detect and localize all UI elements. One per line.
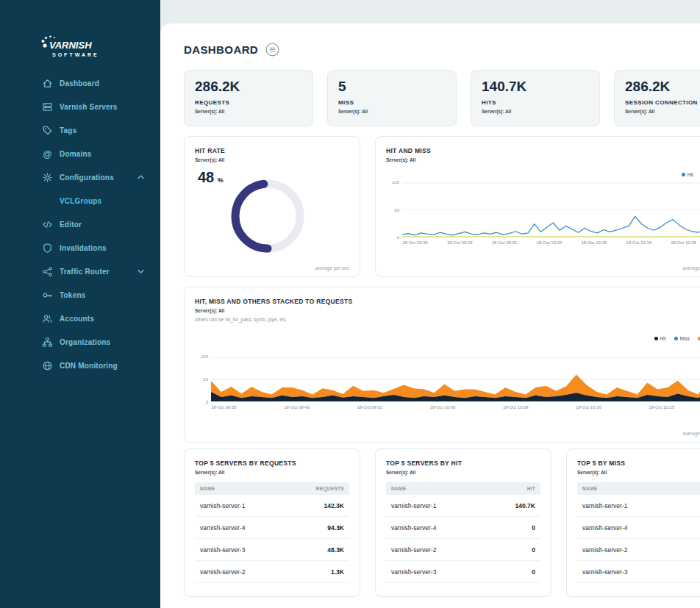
x-tick: 18-Oct 09:51 (357, 405, 382, 409)
server-name: varnish-server-4 (582, 524, 627, 532)
stat-card-requests: 286.2K REQUESTS Server(s): All (184, 70, 313, 126)
server-name: varnish-server-3 (200, 546, 245, 554)
table-header: NAME REQUESTS (195, 482, 349, 495)
stacked-requests-card: HIT, MISS AND OTHERS STACKED TO REQUESTS… (184, 287, 700, 443)
x-tick: 18-Oct 10:08 (503, 405, 529, 409)
dashboard-menu-button[interactable] (265, 43, 279, 57)
y-tick: 100 (392, 180, 399, 185)
page-header: DASHBOARD (184, 43, 279, 57)
x-tick: 18-Oct 10:00 (537, 240, 562, 245)
server-value: 48.3K (327, 546, 344, 554)
chart-footer: average per sec (682, 265, 700, 271)
sidebar-item-accounts[interactable]: Accounts (0, 307, 160, 330)
column-header-name: NAME (391, 486, 406, 491)
server-name: varnish-server-3 (582, 568, 627, 576)
legend-item-hit[interactable]: Hit (654, 336, 666, 341)
top5-requests-card: TOP 5 SERVERS BY REQUESTS Server(s): All… (184, 448, 360, 597)
sidebar-item-domains[interactable]: @ Domains (0, 142, 160, 165)
hit-miss-line-chart (402, 182, 700, 237)
x-tick: 18-Oct 09:35 (402, 240, 428, 245)
x-axis-labels: 18-Oct 09:35 18-Oct 09:43 18-Oct 09:51 1… (402, 240, 696, 245)
server-value: 1.3K (331, 568, 344, 576)
stat-value: 140.7K (482, 79, 589, 95)
card-server-scope: Server(s): All (577, 470, 700, 475)
chart-footer: average per sec (682, 431, 700, 436)
sidebar-item-configurations[interactable]: Configurations (0, 165, 160, 189)
server-value: 0 (532, 546, 535, 554)
hit-rate-card: HIT RATE Server(s): All 48 % average per… (184, 136, 360, 277)
server-name: varnish-server-1 (391, 502, 436, 509)
sidebar-item-organizations[interactable]: Organizations (0, 330, 160, 354)
legend-dot (654, 337, 658, 340)
varnish-logo-mark: VARNISH (40, 35, 128, 51)
sidebar-item-label: Invalidations (60, 244, 107, 252)
server-name: varnish-server-2 (200, 568, 245, 576)
varnish-logo: VARNISH SOFTWARE (40, 35, 128, 57)
legend-label: Miss (680, 336, 690, 341)
server-value: 0 (532, 524, 535, 532)
card-title: HIT RATE (195, 147, 349, 154)
sidebar-item-label: VCLGroups (60, 197, 101, 205)
x-tick: 18-Oct 10:16 (576, 405, 601, 409)
at-icon: @ (42, 149, 53, 160)
shield-icon (42, 243, 53, 254)
x-tick: 18-Oct 09:35 (211, 405, 237, 409)
table-row: varnish-server-3 48.3K (195, 539, 349, 561)
hit-rate-unit: % (218, 176, 224, 184)
legend-item-miss[interactable]: Miss (674, 336, 690, 341)
server-value: 142.3K (324, 502, 344, 509)
server-name: varnish-server-3 (391, 568, 436, 576)
sidebar: VARNISH SOFTWARE Dashboard Varnish Serve… (0, 0, 160, 608)
table-row: varnish-server-1 140.7K (386, 495, 540, 517)
card-server-scope: Server(s): All (386, 470, 540, 475)
sidebar-item-tags[interactable]: Tags (0, 118, 160, 142)
top5-hit-table: NAME HIT varnish-server-1 140.7K varnish… (386, 482, 540, 583)
table-row: varnish-server-4 0 (386, 517, 540, 539)
card-title: HIT, MISS AND OTHERS STACKED TO REQUESTS (195, 298, 700, 305)
table-row: varnish-server-3 (577, 561, 700, 583)
x-tick: 18-Oct 10:25 (649, 405, 674, 409)
sidebar-item-label: Domains (60, 150, 92, 158)
server-value: 94.3K (327, 524, 344, 532)
stat-server-scope: Server(s): All (625, 109, 700, 114)
hit-rate-value: 48 % (198, 169, 224, 186)
app-root: VARNISH SOFTWARE Dashboard Varnish Serve… (0, 0, 700, 608)
tables-row: TOP 5 SERVERS BY REQUESTS Server(s): All… (184, 448, 700, 597)
sidebar-item-varnish-servers[interactable]: Varnish Servers (0, 95, 160, 118)
card-title: TOP 5 BY MISS (577, 459, 700, 467)
x-tick: 18-Oct 10:25 (671, 240, 696, 245)
sidebar-item-vclgroups[interactable]: VCLGroups (0, 189, 160, 212)
y-tick: 50 (203, 377, 208, 382)
stats-row: 286.2K REQUESTS Server(s): All 5 MISS Se… (184, 70, 700, 126)
sidebar-item-dashboard[interactable]: Dashboard (0, 71, 160, 95)
table-row: varnish-server-2 1.3K (195, 561, 349, 583)
stat-label: HITS (482, 99, 589, 106)
sidebar-item-editor[interactable]: Editor (0, 212, 160, 236)
logo-line1: VARNISH (49, 40, 92, 51)
legend-item-hit[interactable]: Hit (682, 172, 693, 177)
card-server-scope: Server(s): All (386, 157, 700, 162)
top5-hit-card: TOP 5 SERVERS BY HIT Server(s): All NAME… (375, 448, 551, 597)
table-row: varnish-server-1 142.3K (195, 495, 349, 517)
stat-value: 5 (338, 79, 446, 95)
stat-card-hits: 140.7K HITS Server(s): All (471, 70, 600, 126)
sidebar-item-tokens[interactable]: Tokens (0, 283, 160, 307)
x-tick: 18-Oct 09:43 (447, 240, 473, 245)
legend-dot (682, 173, 685, 176)
hierarchy-icon (42, 337, 53, 348)
hit-miss-legend: Hit Miss (682, 172, 700, 177)
table-header: NAME HIT (386, 482, 540, 495)
legend-label: Hit (688, 172, 693, 177)
chart-footer: average per sec (315, 265, 349, 271)
stat-label: REQUESTS (195, 99, 302, 106)
stat-value: 286.2K (625, 79, 700, 95)
sidebar-item-traffic-router[interactable]: Traffic Router (0, 260, 160, 283)
sidebar-item-cdn-monitoring[interactable]: CDN Monitoring (0, 354, 160, 377)
x-tick: 18-Oct 09:51 (492, 240, 518, 245)
users-icon (42, 313, 53, 324)
sidebar-item-invalidations[interactable]: Invalidations (0, 236, 160, 260)
top5-miss-table: NAME varnish-server-1 varnish-server-4 v… (577, 482, 700, 583)
card-server-scope: Server(s): All (195, 470, 349, 475)
y-tick: 0 (397, 235, 399, 240)
top5-miss-card: TOP 5 BY MISS Server(s): All NAME varnis… (566, 448, 700, 597)
